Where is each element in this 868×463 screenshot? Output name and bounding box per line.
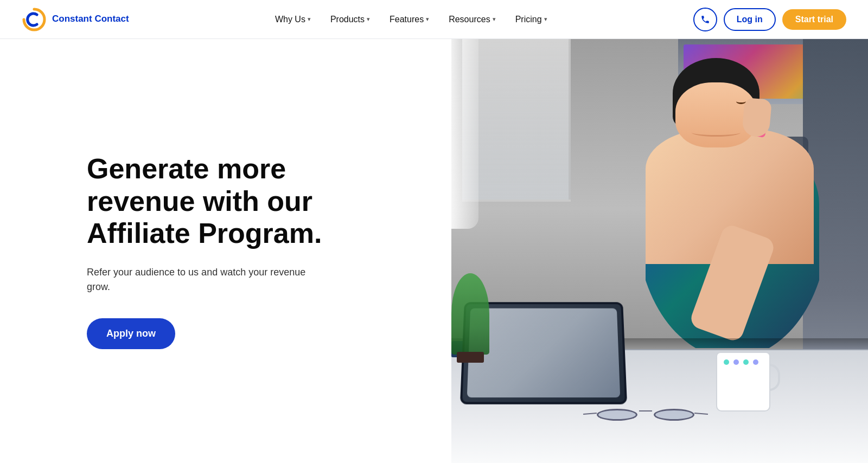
hero-left-panel: Generate more revenue with our Affiliate… — [0, 39, 451, 463]
chevron-down-icon: ▾ — [544, 16, 547, 23]
nav-item-pricing[interactable]: Pricing ▾ — [508, 10, 555, 29]
chevron-down-icon: ▾ — [426, 16, 429, 23]
svg-point-0 — [22, 8, 46, 31]
glasses-right-lens — [654, 409, 694, 421]
chevron-down-icon: ▾ — [493, 16, 496, 23]
logo-text: Constant Contact — [52, 14, 129, 24]
hero-image-panel — [451, 39, 868, 463]
nav-item-features[interactable]: Features ▾ — [382, 10, 437, 29]
smile — [692, 128, 741, 137]
glasses-object — [597, 406, 694, 422]
glasses-bridge — [639, 410, 652, 411]
tablet-screen — [467, 308, 621, 397]
window-element — [462, 39, 571, 202]
chevron-down-icon: ▾ — [367, 16, 370, 23]
plant-object — [451, 273, 489, 355]
glasses-left-lens — [597, 409, 637, 421]
logo-icon — [22, 7, 47, 32]
main-nav: Why Us ▾ Products ▾ Features ▾ Resources… — [267, 10, 555, 29]
apply-now-button[interactable]: Apply now — [87, 318, 175, 349]
plant-pot — [457, 352, 484, 363]
hero-subtext: Refer your audience to us and watch your… — [87, 265, 326, 294]
phone-button[interactable] — [693, 8, 717, 31]
header-actions: Log in Start trial — [693, 8, 846, 31]
logo-link[interactable]: Constant Contact — [22, 7, 129, 32]
login-button[interactable]: Log in — [724, 8, 776, 31]
site-header: Constant Contact Why Us ▾ Products ▾ Fea… — [0, 0, 868, 39]
hero-section: Generate more revenue with our Affiliate… — [0, 39, 868, 463]
chevron-down-icon: ▾ — [308, 16, 311, 23]
mug-object — [716, 352, 770, 411]
phone-icon — [700, 15, 710, 24]
start-trial-button[interactable]: Start trial — [782, 9, 846, 30]
hero-heading: Generate more revenue with our Affiliate… — [87, 153, 369, 250]
mug-pattern — [717, 353, 769, 371]
nav-item-products[interactable]: Products ▾ — [323, 10, 378, 29]
hero-photo — [451, 39, 868, 463]
nav-item-resources[interactable]: Resources ▾ — [441, 10, 503, 29]
nav-item-why-us[interactable]: Why Us ▾ — [267, 10, 318, 29]
curtain-left — [451, 39, 478, 229]
